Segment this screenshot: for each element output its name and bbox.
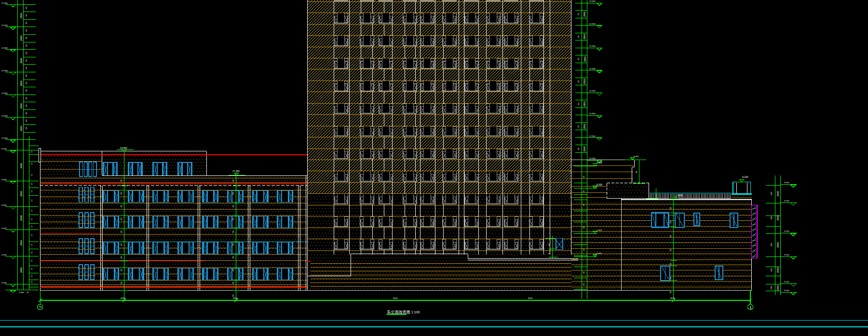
svg-text:90: 90 <box>25 89 27 92</box>
svg-text:12.900: 12.900 <box>589 23 596 25</box>
svg-text:8000: 8000 <box>670 297 675 299</box>
svg-text:29: 29 <box>120 282 122 284</box>
svg-text:6.300: 6.300 <box>1 148 7 150</box>
svg-text:2900: 2900 <box>583 146 586 152</box>
svg-text:29: 29 <box>583 226 585 228</box>
svg-text:90: 90 <box>25 29 27 31</box>
svg-text:2900: 2900 <box>20 163 23 169</box>
svg-text:15: 15 <box>30 268 33 270</box>
svg-text:6.300: 6.300 <box>1 204 7 206</box>
svg-text:90: 90 <box>577 103 580 105</box>
svg-text:1: 1 <box>749 305 752 310</box>
svg-text:29: 29 <box>232 205 234 207</box>
svg-text:15: 15 <box>30 174 33 176</box>
svg-text:J5: J5 <box>27 291 29 294</box>
svg-text:6.300: 6.300 <box>1 178 7 181</box>
svg-text:2900: 2900 <box>583 56 586 62</box>
svg-text:2900: 2900 <box>776 191 779 197</box>
svg-text:2900: 2900 <box>20 35 23 41</box>
svg-text:90: 90 <box>25 112 27 114</box>
svg-text:15: 15 <box>30 225 33 228</box>
svg-text:12.900: 12.900 <box>589 112 596 115</box>
svg-text:29: 29 <box>669 221 672 223</box>
svg-text:90: 90 <box>25 22 27 24</box>
svg-text:29: 29 <box>120 269 122 271</box>
svg-text:15: 15 <box>30 150 33 153</box>
svg-text:90: 90 <box>25 120 27 122</box>
svg-text:90: 90 <box>577 35 580 38</box>
svg-text:12.900: 12.900 <box>1 69 8 72</box>
svg-text:2900: 2900 <box>583 101 586 107</box>
svg-text:29: 29 <box>669 207 672 209</box>
svg-text:90: 90 <box>25 37 27 39</box>
svg-text:9.100: 9.100 <box>784 181 789 184</box>
svg-text:15: 15 <box>30 183 33 185</box>
svg-text:12.900: 12.900 <box>589 90 596 92</box>
svg-text:9.100: 9.100 <box>784 254 789 256</box>
svg-text:2900: 2900 <box>776 215 779 221</box>
svg-text:29: 29 <box>232 179 234 182</box>
svg-text:8000: 8000 <box>233 297 238 299</box>
svg-text:29: 29 <box>120 179 122 182</box>
svg-text:2900: 2900 <box>20 191 23 197</box>
svg-text:29: 29 <box>120 230 122 233</box>
svg-text:29: 29 <box>669 249 672 251</box>
svg-text:15: 15 <box>30 275 33 277</box>
svg-text:90: 90 <box>25 97 27 99</box>
svg-text:90: 90 <box>25 127 27 129</box>
svg-text:90: 90 <box>25 7 27 9</box>
svg-text:15: 15 <box>30 281 33 283</box>
svg-text:15: 15 <box>30 251 33 254</box>
svg-text:2900: 2900 <box>776 242 779 248</box>
svg-text:29: 29 <box>583 283 585 285</box>
svg-text:12.900: 12.900 <box>1 115 8 117</box>
svg-text:450: 450 <box>770 268 773 272</box>
svg-text:450: 450 <box>770 191 773 195</box>
svg-text:19.650: 19.650 <box>120 147 127 149</box>
svg-text:90: 90 <box>25 14 27 16</box>
svg-text:2900: 2900 <box>583 79 586 84</box>
svg-text:90: 90 <box>25 74 27 77</box>
svg-text:29: 29 <box>232 269 234 271</box>
svg-text:6.300: 6.300 <box>1 282 7 284</box>
svg-text:29: 29 <box>120 205 122 207</box>
svg-text:-0.450: -0.450 <box>18 291 25 294</box>
svg-text:29: 29 <box>669 277 672 279</box>
svg-text:9.100: 9.100 <box>784 230 789 232</box>
svg-text:29: 29 <box>120 243 122 246</box>
svg-text:8000: 8000 <box>393 297 398 299</box>
svg-text:52: 52 <box>675 196 678 199</box>
svg-text:450: 450 <box>770 286 773 290</box>
svg-text:29: 29 <box>232 218 234 220</box>
svg-text:90: 90 <box>25 104 27 107</box>
svg-text:6.300: 6.300 <box>1 227 7 229</box>
svg-text:450: 450 <box>770 243 773 247</box>
svg-text:29: 29 <box>120 256 122 258</box>
svg-text:6.300: 6.300 <box>1 254 7 256</box>
svg-text:12.900: 12.900 <box>1 92 8 94</box>
svg-text:2900: 2900 <box>20 81 23 86</box>
svg-text:29: 29 <box>232 192 234 195</box>
svg-text:12.900: 12.900 <box>589 67 596 70</box>
svg-text:29: 29 <box>583 190 585 192</box>
svg-text:29: 29 <box>669 291 672 293</box>
svg-text:2900: 2900 <box>20 13 23 19</box>
svg-text:90: 90 <box>577 148 580 150</box>
svg-text:2900: 2900 <box>20 126 23 132</box>
svg-text:29: 29 <box>583 271 585 273</box>
svg-text:90: 90 <box>577 80 580 82</box>
svg-text:2900: 2900 <box>583 123 586 129</box>
svg-text:12.900: 12.900 <box>589 0 596 2</box>
svg-text:90: 90 <box>25 82 27 84</box>
svg-text:1:100: 1:100 <box>411 310 420 314</box>
svg-text:9.100: 9.100 <box>784 281 789 283</box>
svg-text:12.900: 12.900 <box>1 47 8 49</box>
svg-text:29: 29 <box>583 248 585 251</box>
svg-text:1.500: 1.500 <box>597 229 602 231</box>
svg-text:15: 15 <box>30 243 33 246</box>
svg-text:29: 29 <box>232 256 234 258</box>
svg-text:29: 29 <box>232 282 234 284</box>
svg-text:90: 90 <box>25 52 27 54</box>
svg-text:15: 15 <box>548 243 550 245</box>
svg-text:15: 15 <box>30 162 33 165</box>
